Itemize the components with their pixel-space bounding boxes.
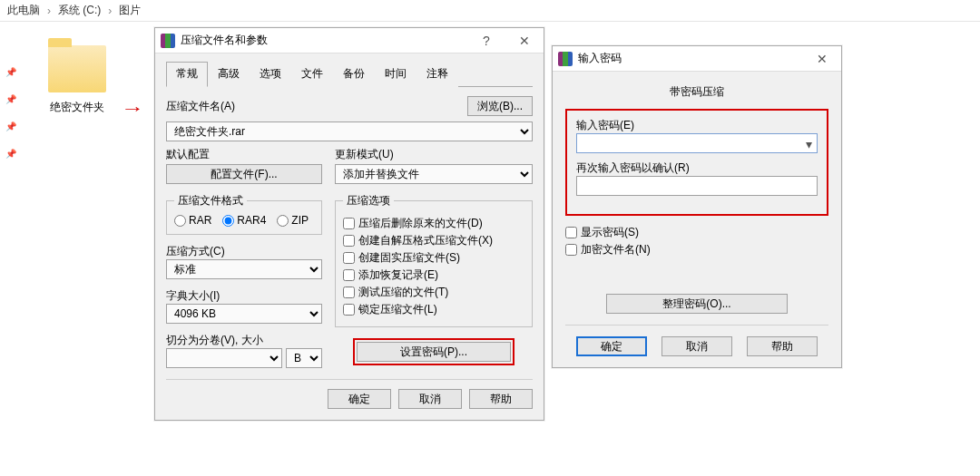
opt-delete-checkbox[interactable]: 压缩后删除原来的文件(D): [343, 216, 524, 231]
titlebar[interactable]: 输入密码 ✕: [553, 46, 841, 72]
profiles-button[interactable]: 配置文件(F)...: [166, 164, 322, 184]
opt-solid-checkbox[interactable]: 创建固实压缩文件(S): [343, 250, 524, 266]
reenter-password-field[interactable]: [576, 176, 818, 196]
browse-button[interactable]: 浏览(B)...: [467, 96, 533, 116]
breadcrumb-seg[interactable]: 系统 (C:): [54, 3, 104, 18]
format-rar4-radio[interactable]: RAR4: [222, 214, 266, 227]
update-mode-select[interactable]: 添加并替换文件: [335, 164, 533, 184]
opt-sfx-checkbox[interactable]: 创建自解压格式压缩文件(X): [343, 233, 524, 248]
tab-advanced[interactable]: 高级: [208, 62, 250, 87]
split-size-field[interactable]: [166, 348, 282, 368]
set-password-button[interactable]: 设置密码(P)...: [357, 342, 511, 362]
breadcrumb-seg[interactable]: 此电脑: [4, 3, 44, 18]
options-fieldset: 压缩选项 压缩后删除原来的文件(D) 创建自解压格式压缩文件(X) 创建固实压缩…: [335, 193, 533, 327]
chevron-right-icon: ›: [104, 5, 115, 17]
close-button[interactable]: ✕: [505, 28, 544, 53]
method-label: 压缩方式(C): [166, 245, 225, 257]
titlebar[interactable]: 压缩文件名和参数 ? ✕: [155, 28, 544, 53]
organize-passwords-button[interactable]: 整理密码(O)...: [606, 294, 788, 314]
format-rar-radio[interactable]: RAR: [174, 214, 211, 227]
help-button[interactable]: 帮助: [469, 389, 533, 409]
dict-select[interactable]: 4096 KB: [166, 304, 322, 324]
ok-button[interactable]: 确定: [576, 336, 647, 356]
annotation-highlight: 设置密码(P)...: [353, 338, 514, 365]
options-legend: 压缩选项: [343, 193, 394, 209]
archive-dialog: 压缩文件名和参数 ? ✕ 常规 高级 选项 文件 备份 时间 注释 压缩文件名(…: [154, 27, 544, 421]
password-dialog: 输入密码 ✕ 带密码压缩 输入密码(E) ▾ 再次输入密码以确认(R) 显示密码…: [552, 45, 842, 368]
archive-name-label: 压缩文件名(A): [166, 99, 235, 114]
folder-label: 绝密文件夹: [50, 100, 104, 115]
pin-icon: 📌: [5, 67, 13, 74]
tab-options[interactable]: 选项: [250, 62, 291, 87]
annotation-arrow-icon: →: [121, 98, 144, 119]
tab-comment[interactable]: 注释: [416, 62, 458, 87]
annotation-highlight: 输入密码(E) ▾ 再次输入密码以确认(R): [565, 109, 828, 216]
folder-item[interactable]: 绝密文件夹: [36, 45, 118, 115]
archive-name-field[interactable]: 绝密文件夹.rar: [166, 121, 533, 141]
tab-files[interactable]: 文件: [291, 62, 333, 87]
opt-test-checkbox[interactable]: 测试压缩的文件(T): [343, 285, 524, 300]
cancel-button[interactable]: 取消: [662, 336, 732, 356]
winrar-icon: [558, 52, 573, 66]
format-zip-radio[interactable]: ZIP: [277, 214, 309, 227]
help-button[interactable]: ?: [467, 28, 505, 53]
pin-icon: 📌: [5, 149, 13, 156]
default-profile-label: 默认配置: [166, 148, 210, 160]
close-button[interactable]: ✕: [803, 46, 841, 72]
window-title: 压缩文件名和参数: [181, 33, 467, 48]
tab-general[interactable]: 常规: [166, 62, 208, 87]
cancel-button[interactable]: 取消: [398, 389, 462, 409]
breadcrumb-seg[interactable]: 图片: [115, 3, 144, 18]
breadcrumb: 此电脑 › 系统 (C:) › 图片: [0, 0, 980, 22]
format-fieldset: 压缩文件格式 RAR RAR4 ZIP: [166, 193, 322, 235]
opt-recovery-checkbox[interactable]: 添加恢复记录(E): [343, 267, 524, 283]
quick-access-pins: 📌 📌 📌 📌: [5, 67, 13, 156]
split-label: 切分为分卷(V), 大小: [166, 334, 263, 346]
folder-icon: [48, 45, 106, 92]
enter-password-label: 输入密码(E): [576, 119, 634, 131]
tab-backup[interactable]: 备份: [333, 62, 375, 87]
enter-password-field[interactable]: [576, 133, 818, 153]
method-select[interactable]: 标准: [166, 259, 322, 279]
help-button[interactable]: 帮助: [747, 336, 818, 356]
explorer-pane: 📌 📌 📌 📌 绝密文件夹: [0, 22, 154, 475]
tab-time[interactable]: 时间: [375, 62, 416, 87]
format-legend: 压缩文件格式: [174, 193, 247, 209]
password-subtitle: 带密码压缩: [565, 84, 828, 100]
tabs: 常规 高级 选项 文件 备份 时间 注释: [166, 61, 533, 87]
split-unit-select[interactable]: B: [286, 348, 322, 368]
dict-label: 字典大小(I): [166, 289, 220, 302]
update-mode-label: 更新模式(U): [335, 148, 394, 160]
ok-button[interactable]: 确定: [328, 389, 391, 409]
encrypt-filenames-checkbox[interactable]: 加密文件名(N): [565, 242, 828, 257]
reenter-password-label: 再次输入密码以确认(R): [576, 161, 690, 174]
pin-icon: 📌: [5, 121, 13, 129]
winrar-icon: [161, 34, 175, 48]
pin-icon: 📌: [5, 94, 13, 102]
chevron-right-icon: ›: [44, 5, 54, 17]
opt-lock-checkbox[interactable]: 锁定压缩文件(L): [343, 302, 524, 317]
show-password-checkbox[interactable]: 显示密码(S): [565, 225, 828, 240]
window-title: 输入密码: [578, 51, 803, 66]
